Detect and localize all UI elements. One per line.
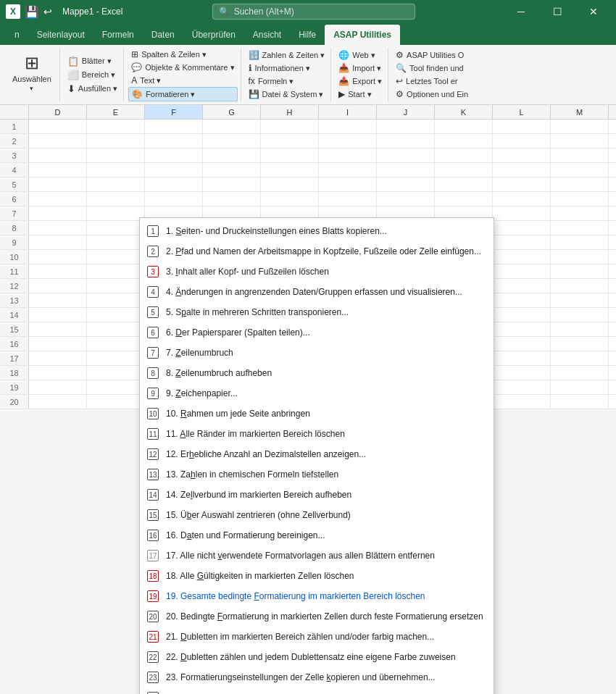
tab-ansicht[interactable]: Ansicht bbox=[244, 25, 290, 45]
cell[interactable] bbox=[145, 134, 203, 148]
cell[interactable] bbox=[551, 134, 609, 148]
cell[interactable] bbox=[29, 163, 87, 177]
cell[interactable] bbox=[319, 177, 377, 191]
list-item[interactable]: 66. Der Papiersparer (Spalten teilen)... bbox=[140, 322, 494, 343]
cell[interactable] bbox=[29, 322, 87, 336]
list-item[interactable]: 33. Inhalt aller Kopf- und Fußzeilen lös… bbox=[140, 262, 494, 282]
col-m[interactable]: M bbox=[551, 105, 609, 119]
cell[interactable] bbox=[29, 235, 87, 249]
cell[interactable] bbox=[551, 149, 609, 162]
cell[interactable] bbox=[493, 322, 551, 336]
cell[interactable] bbox=[551, 337, 609, 351]
cell[interactable] bbox=[493, 264, 551, 278]
cell[interactable] bbox=[493, 395, 551, 409]
cell[interactable] bbox=[377, 163, 435, 177]
col-k[interactable]: K bbox=[435, 105, 493, 119]
cell[interactable] bbox=[203, 120, 261, 133]
col-i[interactable]: I bbox=[319, 105, 377, 119]
cell[interactable] bbox=[29, 221, 87, 235]
cell[interactable] bbox=[145, 163, 203, 177]
tab-formeln[interactable]: Formeln bbox=[93, 25, 143, 45]
bereich-button[interactable]: ⬜ Bereich ▾ bbox=[64, 68, 120, 82]
cell[interactable] bbox=[435, 192, 493, 206]
cell[interactable] bbox=[435, 120, 493, 133]
cell[interactable] bbox=[493, 120, 551, 133]
col-e[interactable]: E bbox=[87, 105, 145, 119]
optionen-button[interactable]: ⚙ Optionen und Ein bbox=[393, 88, 471, 101]
list-item[interactable]: 22. Pfad und Namen der Arbeitsmappe in K… bbox=[140, 241, 494, 262]
cell[interactable] bbox=[261, 149, 319, 162]
cell[interactable] bbox=[261, 192, 319, 206]
cell[interactable] bbox=[319, 192, 377, 206]
tab-asap[interactable]: ASAP Utilities bbox=[325, 25, 400, 45]
cell[interactable] bbox=[551, 308, 609, 322]
col-d[interactable]: D bbox=[29, 105, 87, 119]
cell[interactable] bbox=[493, 149, 551, 162]
col-h[interactable]: H bbox=[261, 105, 319, 119]
cell[interactable] bbox=[551, 351, 609, 365]
list-item[interactable]: 2222. Dubletten zählen und jedem Dublett… bbox=[140, 647, 494, 667]
cell[interactable] bbox=[493, 293, 551, 307]
zahlen-button[interactable]: 🔢 Zahlen & Zeiten ▾ bbox=[246, 49, 328, 62]
cell[interactable] bbox=[29, 177, 87, 191]
cell[interactable] bbox=[29, 293, 87, 307]
cell[interactable] bbox=[87, 337, 145, 351]
cell[interactable] bbox=[493, 206, 551, 220]
cell[interactable] bbox=[493, 380, 551, 394]
cell[interactable] bbox=[377, 149, 435, 162]
cell[interactable] bbox=[319, 149, 377, 162]
cell[interactable] bbox=[551, 177, 609, 191]
maximize-button[interactable]: ☐ bbox=[541, 0, 574, 23]
cell[interactable] bbox=[145, 120, 203, 133]
cell[interactable] bbox=[87, 351, 145, 365]
list-item[interactable]: 1717. Alle nicht verwendete Formatvorlag… bbox=[140, 545, 494, 566]
cell[interactable] bbox=[551, 293, 609, 307]
cell[interactable] bbox=[87, 395, 145, 409]
search-box[interactable]: 🔍 Suchen (Alt+M) bbox=[212, 4, 415, 20]
col-f[interactable]: F bbox=[145, 105, 203, 119]
cell[interactable] bbox=[319, 120, 377, 133]
cell[interactable] bbox=[145, 192, 203, 206]
tab-seitenlayout[interactable]: Seitenlayout bbox=[28, 25, 93, 45]
cell[interactable] bbox=[203, 134, 261, 148]
cell[interactable] bbox=[203, 192, 261, 206]
cell[interactable] bbox=[377, 120, 435, 133]
cell[interactable] bbox=[145, 177, 203, 191]
cell[interactable] bbox=[493, 163, 551, 177]
formatieren-button[interactable]: 🎨 Formatieren ▾ bbox=[128, 87, 237, 101]
cell[interactable] bbox=[261, 120, 319, 133]
auswahlen-button[interactable]: ⊞ Auswählen ▾ bbox=[9, 51, 55, 88]
cell[interactable] bbox=[87, 149, 145, 162]
cell[interactable] bbox=[435, 163, 493, 177]
formeln-button[interactable]: fx Formeln ▾ bbox=[246, 75, 328, 88]
col-l[interactable]: L bbox=[493, 105, 551, 119]
cell[interactable] bbox=[29, 395, 87, 409]
cell[interactable] bbox=[493, 366, 551, 380]
cell[interactable] bbox=[203, 163, 261, 177]
list-item[interactable]: 1515. Über Auswahl zentrieren (ohne Zell… bbox=[140, 505, 494, 525]
cell[interactable] bbox=[29, 279, 87, 293]
cell[interactable] bbox=[261, 134, 319, 148]
cell[interactable] bbox=[87, 366, 145, 380]
cell[interactable] bbox=[261, 163, 319, 177]
cell[interactable] bbox=[87, 206, 145, 220]
auffullen-button[interactable]: ⬇ Ausfüllen ▾ bbox=[64, 82, 120, 96]
list-item[interactable]: 1313. Zahlen in chemischen Formeln tiefs… bbox=[140, 464, 494, 485]
cell[interactable] bbox=[29, 264, 87, 278]
cell[interactable] bbox=[87, 250, 145, 264]
cell[interactable] bbox=[551, 221, 609, 235]
cell[interactable] bbox=[203, 177, 261, 191]
cell[interactable] bbox=[29, 366, 87, 380]
minimize-button[interactable]: ─ bbox=[504, 0, 538, 23]
list-item[interactable]: 55. Spalte in mehreren Schritten transpo… bbox=[140, 302, 494, 322]
list-item[interactable]: 1414. Zellverbund im markierten Bereich … bbox=[140, 485, 494, 505]
cell[interactable] bbox=[145, 149, 203, 162]
cell[interactable] bbox=[377, 192, 435, 206]
objekte-button[interactable]: 💬 Objekte & Kommentare ▾ bbox=[128, 61, 237, 74]
cell[interactable] bbox=[493, 337, 551, 351]
cell[interactable] bbox=[29, 192, 87, 206]
cell[interactable] bbox=[377, 134, 435, 148]
cell[interactable] bbox=[29, 351, 87, 365]
text-button[interactable]: A Text ▾ bbox=[128, 74, 237, 87]
cell[interactable] bbox=[29, 134, 87, 148]
